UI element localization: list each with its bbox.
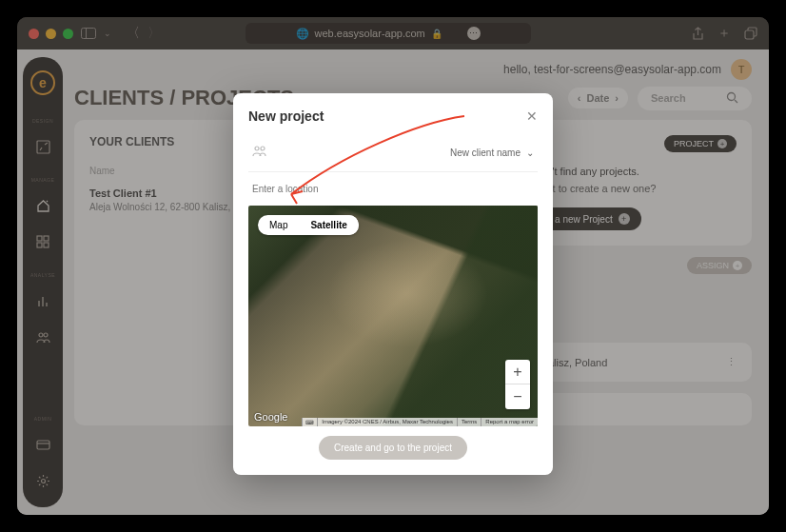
svg-point-19 — [261, 147, 265, 150]
zoom-in-button[interactable]: + — [505, 360, 530, 384]
people-icon — [252, 145, 267, 160]
terms-link[interactable]: Terms — [457, 418, 481, 426]
map-type-switch[interactable]: Map Satellite — [258, 215, 359, 235]
modal-title: New project — [248, 108, 324, 124]
client-select-row[interactable]: New client name ⌄ — [248, 139, 538, 172]
map-type-map[interactable]: Map — [258, 215, 299, 235]
map-attribution: ⌨ Imagery ©2024 CNES / Airbus, Maxar Tec… — [302, 418, 538, 426]
client-dropdown[interactable]: New client name ⌄ — [450, 148, 534, 158]
zoom-control: + − — [505, 360, 530, 409]
new-project-modal: New project ✕ New client name ⌄ Map Sate… — [233, 93, 553, 475]
svg-point-18 — [255, 147, 259, 150]
map-type-satellite[interactable]: Satellite — [299, 215, 358, 235]
report-link[interactable]: Report a map error — [481, 418, 538, 426]
zoom-out-button[interactable]: − — [505, 384, 530, 409]
modal-overlay[interactable]: New project ✕ New client name ⌄ Map Sate… — [17, 17, 769, 515]
create-and-go-button[interactable]: Create and go to the project — [319, 436, 467, 460]
browser-window: ⌄ 〈 〉 🌐 web.easysolar-app.com 🔒 ⋯ ＋ e DE… — [17, 17, 769, 515]
chevron-down-icon: ⌄ — [526, 148, 534, 158]
map-view[interactable]: Map Satellite + − Google ⌨ Imagery ©2024… — [248, 206, 538, 426]
location-input[interactable] — [248, 178, 538, 200]
keyboard-icon[interactable]: ⌨ — [302, 418, 317, 426]
imagery-text: Imagery ©2024 CNES / Airbus, Maxar Techn… — [317, 418, 457, 426]
google-logo: Google — [254, 411, 287, 423]
close-icon[interactable]: ✕ — [526, 108, 538, 124]
